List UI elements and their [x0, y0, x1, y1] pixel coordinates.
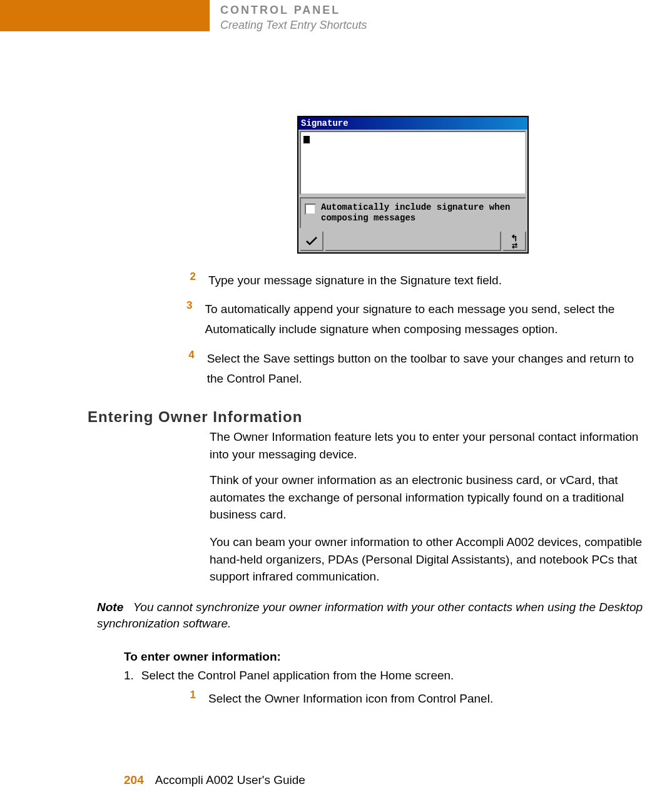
inner-step-1: 1 Select the Owner Information icon from…: [186, 689, 649, 709]
header-subtitle: Creating Text Entry Shortcuts: [220, 19, 367, 32]
guide-title: Accompli A002 User's Guide: [155, 773, 305, 787]
dotted-divider-bottom: . . . . . . . . . . . . . . . . . . . . …: [88, 634, 666, 636]
outer-step-text: Select the Control Panel application fro…: [141, 669, 454, 683]
outer-step-number: 1.: [124, 669, 134, 683]
outer-step-1: 1. Select the Control Panel application …: [124, 669, 454, 683]
note-label: Note: [97, 600, 123, 614]
checkbox-label: Automatically include signature when com…: [321, 202, 521, 224]
step-text: Select the Save settings button on the t…: [207, 349, 649, 389]
owner-info-para-3: You can beam your owner information to o…: [210, 533, 660, 585]
dialog-titlebar: Signature: [298, 117, 527, 130]
signature-textarea: [300, 131, 526, 195]
section-heading: Entering Owner Information: [88, 408, 302, 426]
toolbar-spacer: [325, 231, 501, 251]
owner-info-para-1: The Owner Information feature lets you t…: [210, 428, 648, 463]
step-3: 3 To automatically append your signature…: [186, 299, 649, 340]
signature-dialog-screenshot: Signature Automatically include signatur…: [297, 116, 529, 254]
note-block: Note You cannot synchronize your owner i…: [97, 599, 648, 631]
step-number: 4: [186, 349, 195, 389]
checkbox-icon: [305, 204, 316, 215]
step-number: 3: [186, 299, 192, 340]
dotted-divider-top: . . . . . . . . . . . . . . . . . . . . …: [88, 589, 666, 592]
back-button-icon: ↰ ⇄: [502, 231, 526, 251]
page-number: 204: [124, 773, 144, 787]
save-button-icon: [300, 231, 323, 251]
step-number: 2: [186, 271, 196, 291]
step-text: Type your message signature in the Signa…: [208, 271, 502, 291]
step-text: Select the Owner Information icon from C…: [208, 689, 493, 709]
to-enter-heading: To enter owner information:: [124, 650, 281, 664]
auto-include-option: Automatically include signature when com…: [300, 197, 526, 229]
step-2: 2 Type your message signature in the Sig…: [186, 271, 649, 291]
step-number: 1: [186, 689, 196, 709]
text-cursor: [303, 136, 310, 143]
note-text: You cannot synchronize your owner inform…: [97, 600, 643, 630]
header-tab: [0, 0, 210, 31]
owner-info-para-2: Think of your owner information as an el…: [210, 471, 660, 523]
step-text: To automatically append your signature t…: [205, 299, 649, 340]
step-4: 4 Select the Save settings button on the…: [186, 349, 649, 389]
header-title: CONTROL PANEL: [220, 4, 340, 17]
dialog-toolbar: ↰ ⇄: [300, 231, 526, 251]
page-footer: 204 Accompli A002 User's Guide: [124, 773, 305, 787]
